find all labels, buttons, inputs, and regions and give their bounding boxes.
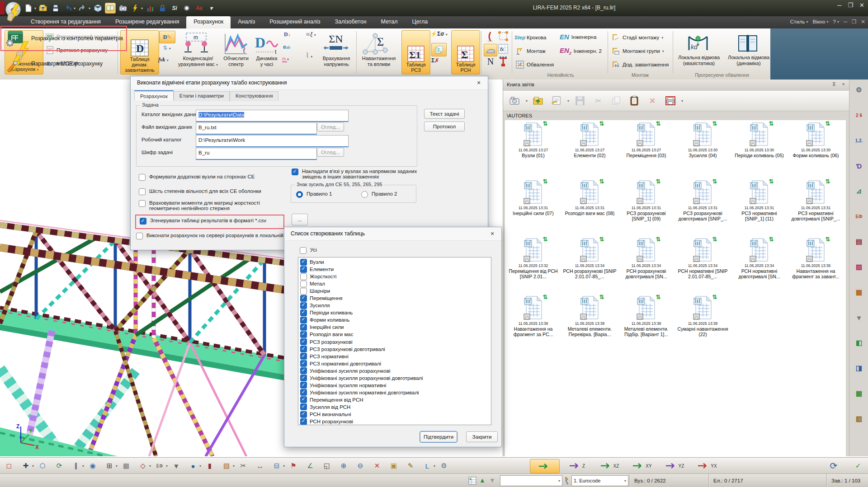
report-file[interactable]: ⇅11.06.2025 13:27Вузли (01): [505, 120, 561, 178]
grid-icon[interactable]: ⊞: [103, 459, 116, 472]
table-item-checkbox[interactable]: [300, 317, 307, 323]
report-file[interactable]: ⇅11.06.2025 13:30Зусилля (04): [675, 120, 731, 178]
cancel-icon[interactable]: ✕: [371, 459, 383, 472]
report-file[interactable]: ⇅11.06.2025 13:34РСН нормативні [SNIP 2.…: [675, 236, 731, 294]
aa-icon[interactable]: Aa: [194, 3, 204, 13]
table-item-16[interactable]: Уніфіковані зусилля розрахункові: [300, 367, 491, 375]
zoom-window-icon[interactable]: ◱: [321, 459, 333, 472]
report-file[interactable]: ⇅11.06.2025 13:31РСЗ розрахункові довгот…: [675, 178, 731, 236]
table-item-23[interactable]: РСН розрахункові: [300, 418, 491, 425]
block-icon-dropdown[interactable]: ▾: [283, 464, 285, 468]
table-item-18[interactable]: Уніфіковані зусилля нормативні: [300, 382, 491, 389]
table-item-7[interactable]: Зусилля: [300, 302, 491, 309]
task-code-input[interactable]: B_ru: [196, 148, 317, 160]
proj-yz-button[interactable]: YZ: [660, 459, 689, 473]
ef-filter-icon[interactable]: ЕФ: [153, 459, 166, 472]
report-file[interactable]: ⇅11.06.2025 13:27Елементи (02): [561, 120, 618, 178]
table-item-checkbox[interactable]: [300, 382, 307, 389]
table-item-6[interactable]: Переміщення: [300, 295, 491, 302]
table-item-checkbox[interactable]: [300, 346, 307, 352]
rotate-icon[interactable]: ⟳: [53, 459, 66, 472]
selection-combo[interactable]: ▾: [500, 475, 562, 486]
protocol-button[interactable]: Протокол: [424, 122, 465, 131]
numbering-icon[interactable]: 1.2.: [853, 135, 865, 146]
table-item-14[interactable]: РСЗ нормативні: [300, 353, 491, 360]
cube-green-icon[interactable]: ◧: [853, 337, 865, 349]
brick-icon[interactable]: ▦: [853, 286, 865, 298]
table-item-22[interactable]: РСН визначальні: [300, 411, 491, 418]
filter-icon[interactable]: ▼: [853, 312, 865, 323]
rule2-radio[interactable]: Правило 2: [361, 191, 397, 198]
rule1-radio[interactable]: Правило 1: [296, 191, 332, 198]
table-item-checkbox[interactable]: [300, 273, 307, 280]
montage-stages-button[interactable]: Стадії монтажу ▾: [611, 33, 663, 42]
table-item-12[interactable]: РСЗ розрахункові: [300, 338, 491, 346]
table-item-10[interactable]: Інерційні сили: [300, 323, 491, 331]
report-file[interactable]: ⇅11.06.2025 13:32Переміщення від РСН [SN…: [505, 236, 561, 294]
n-force-button[interactable]: N: [485, 56, 496, 67]
foundation-button[interactable]: [484, 44, 497, 56]
minimize-icon[interactable]: ─: [837, 2, 841, 9]
section-icon[interactable]: ⊿: [853, 185, 865, 197]
snapshot-icon[interactable]: [508, 93, 522, 108]
report-file[interactable]: ⇅11.06.2025 13:38Металеві елементи. Пере…: [561, 294, 618, 351]
deform-icon[interactable]: Ɗ: [853, 160, 865, 172]
table-item-checkbox[interactable]: [300, 389, 307, 396]
refresh-icon[interactable]: ⟳: [827, 459, 840, 472]
report-file[interactable]: ⇅11.06.2025 13:38Сумарні навантаження (2…: [675, 294, 731, 351]
time-dynamics-button[interactable]: Динамікау часі: [252, 56, 281, 67]
zoom-out-icon[interactable]: ⊖: [354, 459, 367, 472]
table-item-1[interactable]: Вузли: [300, 258, 491, 266]
snap-icon[interactable]: ▦: [120, 459, 132, 472]
report-file[interactable]: ⇅11.06.2025 13:31РСЗ розрахункові [SNIP_…: [618, 178, 675, 236]
local-failure-dyn-button[interactable]: Локальна відмова(динаміка): [726, 55, 771, 66]
mdi-minimize-icon[interactable]: ─: [844, 19, 847, 24]
report-file[interactable]: ⇅11.06.2025 13:34РСН нормативні довготри…: [731, 236, 788, 294]
local-failure-quasi-button[interactable]: Локальна відмова(квазістатика): [676, 55, 722, 66]
dialog1-tab-stages[interactable]: Етапи і параметри: [174, 91, 230, 101]
paste-icon[interactable]: [627, 93, 642, 108]
report-file[interactable]: ⇅11.06.2025 13:31Інерційні сили (07): [505, 178, 561, 236]
close-button[interactable]: Закрити: [466, 431, 498, 442]
table-item-3[interactable]: Жорсткості: [300, 273, 491, 280]
lock-icon[interactable]: [157, 3, 167, 13]
node-select-icon[interactable]: ●: [187, 459, 199, 472]
constraints-checkbox[interactable]: Накладати в'язі у вузлах за напрямком за…: [292, 169, 425, 179]
en2-engineering-button[interactable]: EN2 Інженерн. 2: [560, 47, 602, 56]
snapshot-icon-dropdown[interactable]: ▾: [526, 99, 528, 103]
dialog1-tab-design[interactable]: Конструювання: [230, 91, 278, 101]
proj-iso-button[interactable]: [530, 459, 560, 473]
proj-xz-button[interactable]: XZ: [595, 459, 624, 473]
tab-4[interactable]: Аналіз: [231, 16, 262, 28]
funnel-icon[interactable]: ▼: [170, 459, 183, 472]
table-item-15[interactable]: РСЗ нормативні довготривалі: [300, 360, 491, 367]
proj-xy-button[interactable]: XY: [627, 459, 656, 473]
table-item-checkbox[interactable]: [300, 367, 307, 374]
all-tables-checkbox[interactable]: Усі: [300, 247, 317, 254]
sigma-x-button[interactable]: Σ✗: [431, 57, 448, 64]
pile-button[interactable]: [497, 56, 509, 69]
sigma-flash-button[interactable]: ⚡Σσ ▾: [430, 31, 449, 37]
rsz-table-button[interactable]: Σ1 ТаблицяРСЗ: [401, 30, 430, 75]
work-dir-input[interactable]: D:\Результати\Work: [196, 135, 349, 147]
more-icon[interactable]: ▾: [206, 3, 216, 13]
sign-report-icon[interactable]: [549, 93, 564, 108]
montage-groups-button[interactable]: Монтажні групи ▾: [611, 47, 664, 56]
data-dir-input[interactable]: D:\Результати\Data: [196, 110, 349, 122]
mirror-icon[interactable]: ∥: [70, 459, 82, 472]
tab-3[interactable]: Розрахунок: [186, 16, 231, 28]
six-dof-checkbox[interactable]: Шість степенів вільності для всіх СЕ обо…: [139, 188, 288, 195]
pack-icon[interactable]: ◉: [86, 459, 99, 472]
report-file[interactable]: ⇅11.06.2025 13:34РСН розрахункові довгот…: [618, 236, 675, 294]
run-menu-item-1[interactable]: Повний розрахунок: [0, 0, 127, 26]
l-tool-icon[interactable]: L: [421, 459, 434, 472]
print-frame-icon[interactable]: [663, 93, 678, 108]
report-file[interactable]: ⇅11.06.2025 13:31РСЗ нормативні [SNIP_1]…: [731, 178, 788, 236]
report-file[interactable]: ⇅11.06.2025 13:34РСН розрахункові [SNIP …: [561, 236, 618, 294]
table-item-checkbox[interactable]: [300, 288, 307, 295]
en-engineering-button[interactable]: EN Інженерна: [560, 33, 596, 41]
confirm-button[interactable]: Підтвердити: [420, 431, 457, 442]
palette2-icon[interactable]: ▣: [387, 459, 400, 472]
table-item-checkbox[interactable]: [300, 375, 307, 381]
pin-icon[interactable]: ⊼: [832, 81, 836, 88]
